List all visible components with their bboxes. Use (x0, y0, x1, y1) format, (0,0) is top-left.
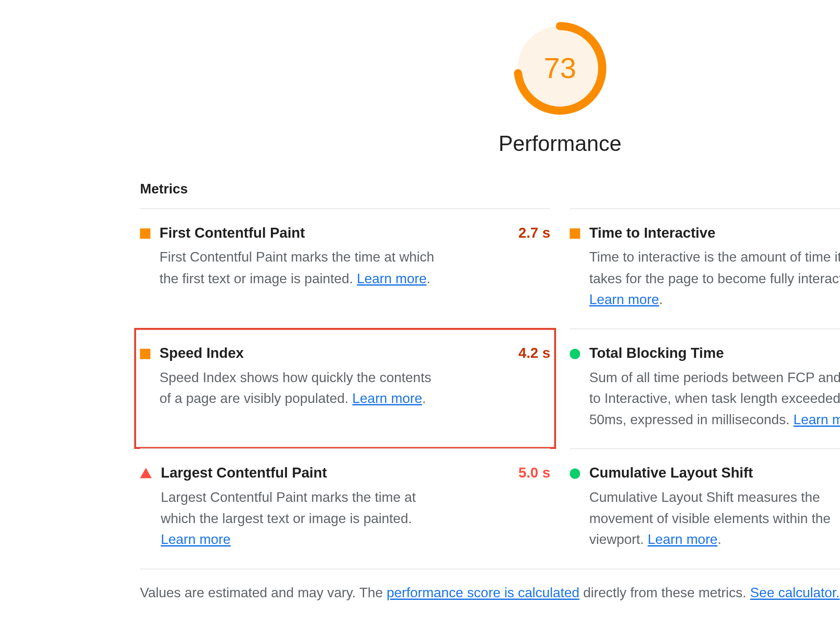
metric-largest-contentful-paint: Largest Contentful PaintLargest Contentf… (140, 448, 550, 569)
metric-speed-index: Speed IndexSpeed Index shows how quickly… (135, 328, 556, 448)
metric-title: Time to Interactive (589, 225, 840, 242)
metric-description: Time to interactive is the amount of tim… (589, 247, 840, 310)
learn-more-link[interactable]: Learn more (161, 532, 231, 547)
metric-first-contentful-paint: First Contentful PaintFirst Contentful P… (140, 208, 550, 328)
metric-time-to-interactive: Time to InteractiveTime to interactive i… (570, 208, 840, 328)
metric-total-blocking-time: Total Blocking TimeSum of all time perio… (570, 328, 840, 448)
status-average-icon (570, 229, 580, 239)
performance-gauge: 73 Performance (140, 13, 840, 178)
learn-more-link[interactable]: Learn more (589, 291, 659, 307)
status-pass-icon (570, 348, 580, 359)
metric-description: Cumulative Layout Shift measures the mov… (589, 487, 840, 550)
metrics-footer: Values are estimated and may vary. The p… (140, 569, 840, 601)
status-fail-icon (140, 468, 152, 478)
metric-value: 2.7 s (518, 225, 550, 242)
learn-more-link[interactable]: Learn more (793, 412, 840, 427)
status-average-icon (140, 229, 150, 239)
metrics-heading: Metrics (140, 181, 188, 196)
metric-title: Largest Contentful Paint (161, 465, 509, 481)
metric-description: Largest Contentful Paint marks the time … (161, 487, 447, 550)
metric-value: 5.0 s (518, 465, 550, 481)
category-title: Performance (498, 131, 621, 156)
learn-more-link[interactable]: Learn more (648, 532, 717, 547)
metric-description: Speed Index shows how quickly the conten… (160, 367, 446, 409)
metric-description: Sum of all time periods between FCP and … (589, 367, 840, 430)
metric-cumulative-layout-shift: Cumulative Layout ShiftCumulative Layout… (570, 448, 840, 569)
metric-description: First Contentful Paint marks the time at… (160, 247, 446, 289)
metric-title: First Contentful Paint (160, 225, 509, 242)
performance-score-calculated-link[interactable]: performance score is calculated (387, 585, 580, 600)
learn-more-link[interactable]: Learn more (357, 270, 427, 285)
metric-title: Speed Index (160, 344, 509, 361)
performance-score: 73 (511, 20, 609, 117)
metric-title: Cumulative Layout Shift (589, 465, 840, 481)
learn-more-link[interactable]: Learn more (352, 390, 422, 406)
status-average-icon (140, 348, 150, 359)
metric-value: 4.2 s (518, 344, 550, 361)
see-calculator-link[interactable]: See calculator. (750, 585, 840, 600)
status-pass-icon (570, 468, 580, 479)
metric-title: Total Blocking Time (589, 344, 840, 361)
